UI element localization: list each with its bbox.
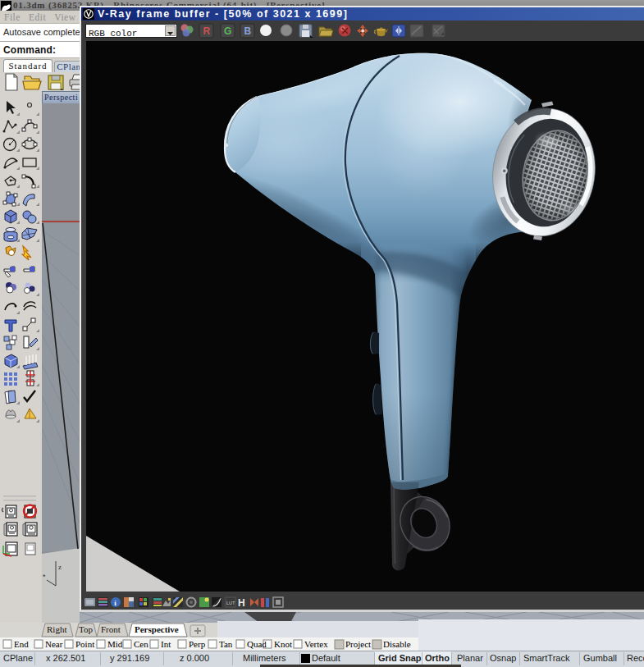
svg-text:Gumball: Gumball xyxy=(583,653,617,663)
svg-text:Planar: Planar xyxy=(457,653,483,663)
svg-text:SmartTrack: SmartTrack xyxy=(523,653,570,663)
svg-text:End: End xyxy=(14,639,29,649)
svg-text:Record: Record xyxy=(627,653,644,663)
svg-text:y 291.169: y 291.169 xyxy=(110,653,149,663)
svg-text:R: R xyxy=(203,25,211,37)
svg-text:z: z xyxy=(58,563,62,571)
svg-text:Mid: Mid xyxy=(107,639,123,649)
svg-text:B: B xyxy=(244,25,252,37)
svg-text:Disable: Disable xyxy=(383,639,411,649)
svg-text:*: * xyxy=(43,573,46,581)
svg-text:Millimeters: Millimeters xyxy=(243,653,286,663)
svg-text:Point: Point xyxy=(75,639,94,649)
svg-text:Perp: Perp xyxy=(189,639,206,649)
svg-text:Int: Int xyxy=(161,639,171,649)
svg-text:Vertex: Vertex xyxy=(304,639,328,649)
svg-text:z 0.000: z 0.000 xyxy=(180,653,209,663)
svg-text:LUT: LUT xyxy=(226,601,235,605)
svg-text:x 262.501: x 262.501 xyxy=(46,653,85,663)
svg-text:Grid Snap: Grid Snap xyxy=(378,653,422,663)
svg-text:G: G xyxy=(224,25,231,37)
svg-text:Project: Project xyxy=(345,639,371,649)
svg-text:Cen: Cen xyxy=(134,639,148,649)
svg-text:Tan: Tan xyxy=(219,639,233,649)
svg-text:Osnap: Osnap xyxy=(490,653,516,663)
svg-text:Knot: Knot xyxy=(274,639,292,649)
svg-text:CPlane: CPlane xyxy=(3,653,33,663)
svg-text:H: H xyxy=(238,597,245,609)
svg-text:Near: Near xyxy=(45,639,63,649)
svg-text:Default: Default xyxy=(312,653,340,663)
svg-text:Quad: Quad xyxy=(247,639,267,649)
svg-text:Ortho: Ortho xyxy=(425,653,450,663)
